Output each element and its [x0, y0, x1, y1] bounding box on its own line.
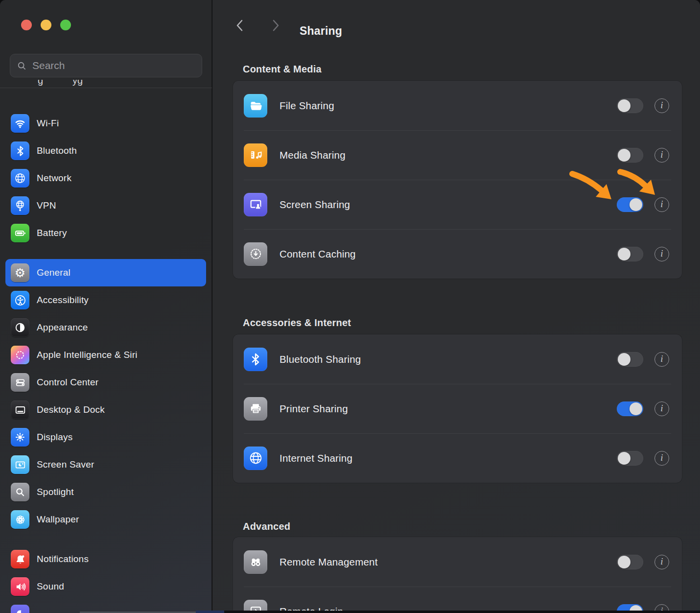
media-sharing-info-button[interactable]: i — [654, 148, 669, 163]
sidebar-item-label: VPN — [37, 200, 56, 211]
sidebar-item-notifications[interactable]: Notifications — [5, 545, 206, 573]
row-label: Printer Sharing — [280, 403, 348, 415]
section-title-accessories-internet: Accessories & Internet — [243, 317, 351, 329]
remote-management-toggle[interactable] — [617, 555, 643, 569]
screen-sharing-info-button[interactable]: i — [654, 197, 669, 212]
section-title-content-media: Content & Media — [243, 64, 322, 75]
sidebar-nav: Wi-Fi Bluetooth Network — [0, 88, 211, 613]
forward-button[interactable] — [268, 18, 283, 33]
file-sharing-info-button[interactable]: i — [654, 98, 669, 113]
row-label: Bluetooth Sharing — [280, 354, 361, 365]
sidebar-item-label: Desktop & Dock — [37, 404, 105, 415]
row-internet-sharing: Internet Sharing i — [233, 433, 682, 483]
sidebar-item-vpn[interactable]: VPN — [5, 192, 206, 219]
content-caching-toggle[interactable] — [617, 247, 643, 261]
focus-moon-icon — [11, 605, 29, 613]
sidebar-item-battery[interactable]: Battery — [5, 219, 206, 247]
row-remote-management: Remote Management i — [233, 537, 682, 587]
bluetooth-sharing-toggle[interactable] — [617, 352, 643, 367]
content-caching-icon — [244, 242, 267, 266]
desktop-dock-icon — [11, 401, 29, 419]
sidebar-item-label: General — [37, 267, 70, 278]
row-label: Media Sharing — [280, 149, 346, 161]
sidebar-item-label: Network — [37, 173, 71, 184]
media-sharing-toggle[interactable] — [617, 148, 643, 163]
sidebar-item-label: Notifications — [37, 554, 89, 565]
sidebar-item-bluetooth[interactable]: Bluetooth — [5, 137, 206, 165]
internet-sharing-globe-icon — [244, 447, 267, 470]
accessories-internet-card: Bluetooth Sharing i Printer Sharing — [233, 334, 682, 483]
general-gear-icon: ⚙ — [11, 263, 29, 282]
accessibility-icon — [11, 291, 29, 309]
sidebar-item-label: Spotlight — [37, 487, 74, 497]
sidebar-item-control-center[interactable]: Control Center — [5, 369, 206, 396]
system-settings-window: g yg Wi-Fi Bluetooth — [0, 0, 700, 613]
search-icon — [17, 61, 27, 71]
network-globe-icon — [11, 169, 29, 188]
apple-intelligence-icon — [11, 346, 29, 364]
printer-sharing-info-button[interactable]: i — [654, 401, 669, 416]
file-sharing-toggle[interactable] — [617, 98, 643, 113]
printer-sharing-toggle[interactable] — [617, 401, 643, 416]
sidebar: g yg Wi-Fi Bluetooth — [0, 0, 212, 613]
bluetooth-sharing-info-button[interactable]: i — [654, 352, 669, 367]
row-bluetooth-sharing: Bluetooth Sharing i — [233, 334, 682, 384]
search-box[interactable] — [10, 54, 202, 77]
sidebar-item-apple-intelligence-siri[interactable]: Apple Intelligence & Siri — [5, 341, 206, 369]
notifications-bell-icon — [11, 550, 29, 568]
row-screen-sharing: Screen Sharing i — [233, 180, 682, 229]
back-button[interactable] — [233, 18, 247, 33]
screen-sharing-icon — [244, 193, 267, 216]
bottom-edge-sliver-blue — [196, 611, 224, 613]
sidebar-item-label: Screen Saver — [37, 459, 94, 470]
row-label: Internet Sharing — [280, 452, 352, 464]
screen-saver-icon — [11, 455, 29, 474]
sidebar-item-screen-saver[interactable]: Screen Saver — [5, 451, 206, 478]
printer-sharing-icon — [244, 397, 267, 421]
traffic-lights — [21, 20, 71, 30]
row-remote-login: Remote Login i — [233, 587, 682, 613]
sidebar-item-appearance[interactable]: Appearance — [5, 314, 206, 341]
sidebar-item-general[interactable]: ⚙ General — [5, 259, 206, 286]
screen: g yg Wi-Fi Bluetooth — [0, 0, 700, 613]
minimize-button[interactable] — [41, 20, 51, 30]
screen-sharing-toggle[interactable] — [617, 197, 643, 212]
sidebar-item-sound[interactable]: Sound — [5, 573, 206, 600]
remote-management-info-button[interactable]: i — [654, 555, 669, 569]
internet-sharing-info-button[interactable]: i — [654, 451, 669, 466]
media-sharing-icon — [244, 143, 267, 167]
sidebar-item-label: Battery — [37, 228, 67, 238]
spotlight-icon — [11, 483, 29, 501]
sidebar-item-label: Wallpaper — [37, 514, 79, 525]
sidebar-item-label: Displays — [37, 432, 72, 443]
search-input[interactable] — [31, 59, 195, 72]
appearance-icon — [11, 318, 29, 337]
wifi-icon — [11, 114, 29, 133]
sidebar-item-network[interactable]: Network — [5, 165, 206, 192]
content-media-card: File Sharing i Media Sharing i — [233, 81, 682, 279]
content-caching-info-button[interactable]: i — [654, 247, 669, 261]
zoom-button[interactable] — [60, 20, 71, 30]
close-button[interactable] — [21, 20, 32, 30]
sidebar-item-label: Wi-Fi — [37, 118, 59, 129]
sidebar-item-spotlight[interactable]: Spotlight — [5, 478, 206, 506]
sidebar-item-wallpaper[interactable]: Wallpaper — [5, 506, 206, 533]
scrolled-account-text: g yg — [0, 80, 212, 88]
sidebar-item-desktop-dock[interactable]: Desktop & Dock — [5, 396, 206, 424]
battery-icon — [11, 224, 29, 242]
sidebar-item-accessibility[interactable]: Accessibility — [5, 286, 206, 314]
sidebar-item-wifi[interactable]: Wi-Fi — [5, 110, 206, 137]
advanced-card: Remote Management i Remote Login i — [233, 537, 682, 613]
vpn-icon — [11, 196, 29, 215]
row-content-caching: Content Caching i — [233, 229, 682, 279]
sharing-pane: Sharing Content & Media File Sharing i — [212, 0, 700, 613]
sidebar-item-label: Appearance — [37, 322, 88, 333]
sidebar-item-label: Control Center — [37, 377, 98, 388]
bluetooth-icon — [11, 141, 29, 160]
internet-sharing-toggle[interactable] — [617, 451, 643, 466]
sidebar-item-label: Apple Intelligence & Siri — [37, 350, 138, 360]
control-center-icon — [11, 373, 29, 392]
row-label: File Sharing — [280, 100, 334, 112]
row-label: Content Caching — [280, 248, 356, 260]
sidebar-item-displays[interactable]: Displays — [5, 424, 206, 451]
